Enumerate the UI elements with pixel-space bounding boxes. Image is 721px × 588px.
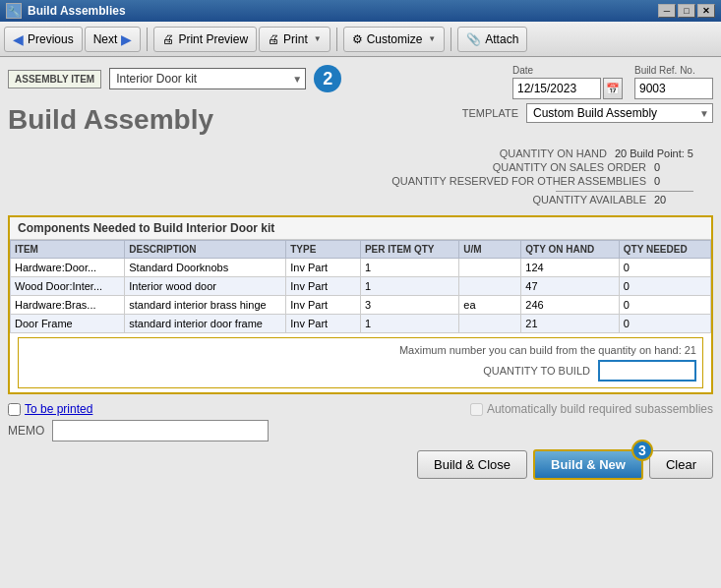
bottom-section: To be printed Automatically build requir… (8, 402, 713, 480)
qty-sales-order-label: QUANTITY ON SALES ORDER (371, 161, 646, 173)
assembly-item-select[interactable]: Interior Door kit (109, 68, 306, 89)
components-section: Components Needed to Build Interior Door… (8, 215, 713, 394)
table-cell: 47 (521, 277, 619, 296)
qty-available-label: QUANTITY AVAILABLE (371, 194, 646, 206)
build-new-button[interactable]: Build & New (533, 449, 643, 480)
table-cell (459, 277, 521, 296)
table-cell: 1 (360, 277, 458, 296)
template-select[interactable]: Custom Build Assembly (526, 103, 713, 123)
quantity-info-section: QUANTITY ON HAND 20 Build Point: 5 QUANT… (8, 147, 713, 207)
table-cell: Inv Part (286, 277, 361, 296)
table-cell: Inv Part (286, 315, 361, 333)
template-row: TEMPLATE Custom Build Assembly ▼ (462, 103, 713, 123)
col-header-item: ITEM (11, 241, 125, 259)
next-icon: ▶ (121, 31, 132, 47)
title-bar: 🔧 Build Assemblies ─ □ ✕ (0, 0, 721, 22)
max-build-text: Maximum number you can build from the qu… (399, 344, 696, 356)
qty-on-hand-label: QUANTITY ON HAND (331, 147, 607, 159)
qty-to-build-row: QUANTITY TO BUILD (483, 360, 696, 382)
table-cell: standard interior brass hinge (125, 296, 286, 315)
table-cell: Wood Door:Inter... (11, 277, 125, 296)
auto-build-checkbox[interactable] (470, 403, 483, 416)
attach-button[interactable]: 📎 Attach (457, 27, 527, 52)
table-cell: Hardware:Bras... (11, 296, 125, 315)
customize-icon: ⚙ (352, 32, 363, 46)
top-row: ASSEMBLY ITEM Interior Door kit ▼ 2 Buil… (8, 65, 713, 144)
maximize-button[interactable]: □ (678, 4, 695, 18)
qty-to-build-label: QUANTITY TO BUILD (483, 365, 590, 377)
clear-button[interactable]: Clear (649, 450, 713, 479)
col-header-per-item-qty: PER ITEM QTY (360, 241, 458, 259)
table-row: Hardware:Bras...standard interior brass … (11, 296, 711, 315)
date-field-group: Date 📅 (512, 65, 623, 99)
print-preview-button[interactable]: 🖨 Print Preview (153, 27, 257, 52)
table-cell: Interior wood door (125, 277, 286, 296)
qty-on-hand-value: 20 Build Point: 5 (615, 147, 693, 159)
toolbar: ◀ Previous Next ▶ 🖨 Print Preview 🖨 Prin… (0, 22, 721, 57)
step-2-badge: 2 (314, 65, 341, 92)
to-be-printed-checkbox[interactable] (8, 403, 21, 416)
customize-dropdown-icon: ▼ (428, 34, 436, 43)
qty-sales-order-row: QUANTITY ON SALES ORDER 0 (371, 161, 693, 173)
previous-icon: ◀ (13, 31, 24, 47)
close-button[interactable]: ✕ (697, 4, 715, 18)
to-be-printed-label[interactable]: To be printed (8, 402, 92, 416)
template-select-wrapper: Custom Build Assembly ▼ (526, 103, 713, 123)
build-close-button[interactable]: Build & Close (417, 450, 527, 479)
memo-label: MEMO (8, 424, 44, 438)
qty-available-row: QUANTITY AVAILABLE 20 (371, 194, 693, 206)
table-cell (459, 315, 521, 333)
auto-build-label[interactable]: Automatically build required subassembli… (470, 402, 713, 416)
separator-2 (336, 28, 337, 51)
app-icon: 🔧 (6, 3, 22, 19)
date-input[interactable] (512, 78, 601, 99)
table-row: Door Framestandard interior door frameIn… (11, 315, 711, 333)
to-be-printed-text: To be printed (25, 402, 92, 416)
build-ref-label: Build Ref. No. (634, 65, 713, 76)
col-header-um: U/M (459, 241, 521, 259)
table-cell: standard interior door frame (125, 315, 286, 333)
table-cell: 0 (619, 259, 710, 277)
build-ref-input[interactable] (634, 78, 713, 99)
col-header-description: DESCRIPTION (125, 241, 286, 259)
customize-button[interactable]: ⚙ Customize ▼ (343, 27, 446, 52)
separator-3 (451, 28, 451, 51)
table-cell: ea (459, 296, 521, 315)
minimize-button[interactable]: ─ (658, 4, 676, 18)
table-cell: 246 (521, 296, 619, 315)
table-cell: 1 (360, 315, 458, 333)
table-row: Wood Door:Inter...Interior wood doorInv … (11, 277, 711, 296)
max-build-section: Maximum number you can build from the qu… (18, 337, 703, 388)
qty-available-value: 20 (654, 194, 693, 206)
qty-to-build-input[interactable] (598, 360, 696, 382)
window-controls: ─ □ ✕ (658, 4, 715, 18)
date-label: Date (512, 65, 623, 76)
print-icon: 🖨 (268, 32, 279, 46)
previous-button[interactable]: ◀ Previous (4, 27, 83, 52)
calendar-button[interactable]: 📅 (603, 78, 623, 99)
memo-input[interactable] (52, 420, 269, 441)
qty-reserved-value: 0 (654, 175, 693, 187)
window-title: Build Assemblies (28, 4, 126, 18)
auto-build-text: Automatically build required subassembli… (487, 402, 713, 416)
table-row: Hardware:Door...Standard DoorknobsInv Pa… (11, 259, 711, 277)
components-header: Components Needed to Build Interior Door… (10, 217, 711, 240)
table-cell: 1 (360, 259, 458, 277)
qty-on-hand-row: QUANTITY ON HAND 20 Build Point: 5 (331, 147, 693, 159)
memo-row: MEMO (8, 420, 713, 441)
assembly-row: ASSEMBLY ITEM Interior Door kit ▼ 2 (8, 65, 341, 92)
date-input-wrapper: 📅 (512, 78, 623, 99)
table-cell: Hardware:Door... (11, 259, 125, 277)
col-header-qty-needed: QTY NEEDED (619, 241, 710, 259)
qty-sales-order-value: 0 (654, 161, 693, 173)
action-buttons: Build & Close Build & New 3 Clear (8, 449, 713, 480)
components-table-scroll[interactable]: ITEM DESCRIPTION TYPE PER ITEM QTY U/M Q… (10, 240, 711, 333)
col-header-type: TYPE (286, 241, 361, 259)
components-table: ITEM DESCRIPTION TYPE PER ITEM QTY U/M Q… (10, 240, 711, 333)
next-button[interactable]: Next ▶ (85, 27, 142, 52)
table-cell: 0 (619, 277, 710, 296)
print-button[interactable]: 🖨 Print ▼ (259, 27, 330, 52)
build-assembly-heading: Build Assembly (8, 104, 341, 136)
qty-divider (556, 191, 693, 192)
table-cell: 21 (521, 315, 619, 333)
